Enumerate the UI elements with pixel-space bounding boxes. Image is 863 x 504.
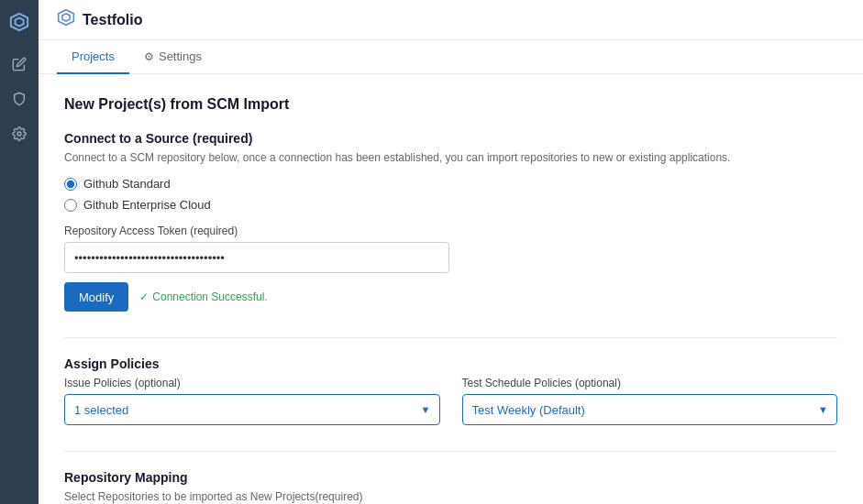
policies-columns: Issue Policies (optional) 1 selected ▼ T…: [64, 377, 837, 425]
policies-section: Assign Policies Issue Policies (optional…: [64, 356, 837, 425]
issue-policies-select[interactable]: 1 selected: [64, 394, 440, 425]
radio-github-enterprise[interactable]: Github Enterprise Cloud: [64, 198, 837, 212]
svg-marker-3: [59, 10, 74, 26]
top-header: Testfolio: [39, 0, 863, 40]
gear-icon[interactable]: [5, 119, 34, 148]
tabs-bar: Projects ⚙ Settings: [39, 40, 863, 74]
connect-section-desc: Connect to a SCM repository below, once …: [64, 151, 837, 164]
connect-section: Connect to a Source (required) Connect t…: [64, 131, 837, 312]
token-field-label: Repository Access Token (required): [64, 225, 837, 237]
issue-policies-label: Issue Policies (optional): [64, 377, 440, 389]
app-logo-icon: [5, 7, 34, 37]
pencil-icon[interactable]: [5, 49, 34, 79]
radio-github-standard-input[interactable]: [64, 178, 77, 191]
issue-policies-select-wrapper: 1 selected ▼: [64, 394, 440, 425]
shield-icon[interactable]: [5, 84, 34, 114]
success-text: Connection Successful.: [152, 290, 267, 303]
sidebar: [0, 0, 39, 504]
schedule-policies-select-wrapper: Test Weekly (Default) Test Daily Test Mo…: [462, 394, 838, 425]
mapping-section-desc: Select Repositories to be imported as Ne…: [64, 490, 837, 503]
svg-point-2: [17, 132, 21, 136]
token-input[interactable]: [64, 242, 449, 273]
radio-github-standard[interactable]: Github Standard: [64, 177, 837, 191]
connection-success-message: ✓ Connection Successful.: [139, 290, 267, 303]
section-divider-1: [64, 337, 837, 338]
radio-github-enterprise-input[interactable]: [64, 199, 77, 212]
content-area: New Project(s) from SCM Import Connect t…: [39, 74, 863, 504]
svg-marker-1: [15, 17, 23, 26]
schedule-policies-label: Test Schedule Policies (optional): [462, 377, 838, 389]
svg-marker-4: [62, 14, 70, 21]
tab-projects[interactable]: Projects: [57, 40, 129, 74]
page-title: New Project(s) from SCM Import: [64, 96, 837, 113]
schedule-policies-select[interactable]: Test Weekly (Default) Test Daily Test Mo…: [462, 394, 838, 425]
source-radio-group: Github Standard Github Enterprise Cloud: [64, 177, 837, 212]
app-title: Testfolio: [57, 8, 142, 31]
main-content: Testfolio Projects ⚙ Settings New Projec…: [39, 0, 863, 504]
issue-policies-col: Issue Policies (optional) 1 selected ▼: [64, 377, 440, 425]
modify-button[interactable]: Modify: [64, 282, 128, 312]
tab-settings-label: Settings: [159, 49, 202, 63]
radio-github-enterprise-label: Github Enterprise Cloud: [83, 198, 211, 212]
section-divider-2: [64, 451, 837, 452]
svg-marker-0: [11, 14, 28, 30]
settings-tab-icon: ⚙: [144, 50, 154, 63]
mapping-section-title: Repository Mapping: [64, 470, 837, 485]
modify-button-row: Modify ✓ Connection Successful.: [64, 282, 837, 312]
app-title-icon: [57, 8, 75, 31]
policies-section-title: Assign Policies: [64, 356, 837, 371]
schedule-policies-col: Test Schedule Policies (optional) Test W…: [462, 377, 838, 425]
tab-settings[interactable]: ⚙ Settings: [129, 40, 216, 74]
app-title-text: Testfolio: [83, 12, 142, 28]
success-checkmark-icon: ✓: [139, 290, 149, 303]
radio-github-standard-label: Github Standard: [83, 177, 171, 191]
mapping-section: Repository Mapping Select Repositories t…: [64, 470, 837, 504]
tab-projects-label: Projects: [72, 49, 115, 63]
connect-section-title: Connect to a Source (required): [64, 131, 837, 146]
